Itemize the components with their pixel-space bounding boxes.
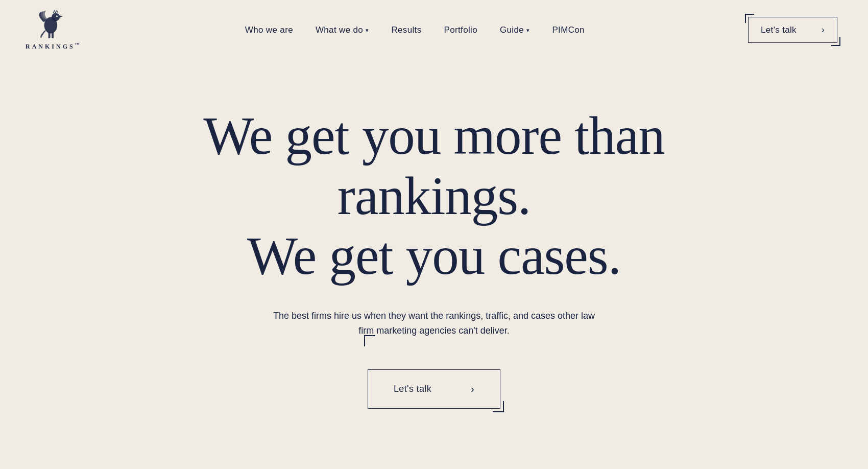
what-we-do-chevron-icon: ▾ <box>366 27 369 34</box>
logo[interactable]: RANKINGS™ <box>26 9 82 51</box>
logo-wordmark: RANKINGS™ <box>26 42 82 51</box>
corner-decoration-tl <box>745 14 754 23</box>
svg-point-3 <box>56 15 58 17</box>
guide-chevron-icon: ▾ <box>526 27 529 34</box>
hero-cta-wrap: Let's talk › <box>368 339 500 409</box>
hero-corner-decoration-tl <box>364 335 375 346</box>
nav-item-results[interactable]: Results <box>391 25 421 35</box>
hero-cta-label: Let's talk <box>394 384 431 394</box>
site-header: RANKINGS™ Who we are What we do ▾ Result… <box>0 0 868 60</box>
hero-section: We get you more than rankings. We get yo… <box>0 60 868 409</box>
nav-item-pimcon[interactable]: PIMCon <box>552 25 584 35</box>
header-cta-arrow-icon: › <box>822 25 825 35</box>
nav-item-what-we-do[interactable]: What we do ▾ <box>316 25 369 35</box>
hero-cta-arrow-icon: › <box>471 383 474 395</box>
header-cta-wrap: Let's talk › <box>748 17 837 43</box>
hero-headline-line2: We get you cases. <box>247 226 621 286</box>
svg-marker-2 <box>59 15 63 18</box>
nav-item-who-we-are[interactable]: Who we are <box>245 25 293 35</box>
svg-rect-5 <box>52 32 54 38</box>
corner-decoration-br <box>831 37 840 46</box>
svg-point-1 <box>52 13 60 21</box>
hero-corner-decoration-br <box>493 401 504 412</box>
nav-item-guide[interactable]: Guide ▾ <box>500 25 529 35</box>
header-cta-button[interactable]: Let's talk › <box>748 17 837 43</box>
header-cta-label: Let's talk <box>761 25 797 35</box>
hero-subtext: The best firms hire us when they want th… <box>266 309 602 339</box>
nav-item-portfolio[interactable]: Portfolio <box>444 25 477 35</box>
hero-headline-line1: We get you more than rankings. <box>203 106 665 226</box>
hero-headline: We get you more than rankings. We get yo… <box>102 106 766 286</box>
main-nav: Who we are What we do ▾ Results Portfoli… <box>245 25 585 35</box>
hero-cta-button[interactable]: Let's talk › <box>368 369 500 409</box>
svg-rect-4 <box>48 32 50 38</box>
